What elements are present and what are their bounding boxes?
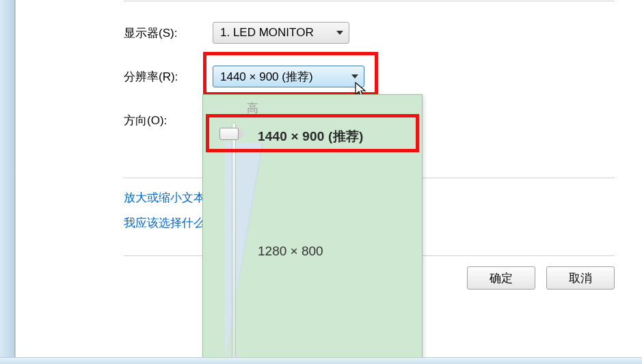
monitor-dropdown[interactable]: 1. LED MONITOR (213, 22, 349, 44)
resolution-dropdown[interactable]: 1440 × 900 (推荐) (213, 66, 364, 87)
resolution-slider-thumb[interactable] (219, 128, 247, 141)
resolution-option-1280x800[interactable]: 1280 × 800 (258, 244, 323, 259)
label-resolution: 分辨率(R): (124, 69, 213, 85)
cancel-button[interactable]: 取消 (546, 266, 615, 290)
resolution-popup[interactable]: 高 1440 × 900 (推荐) 1280 × 800 (202, 94, 423, 364)
row-resolution: 分辨率(R): 1440 × 900 (推荐) (124, 64, 615, 89)
dialog-buttons: 确定 取消 (467, 266, 615, 290)
popup-high-label: 高 (247, 100, 258, 116)
label-orientation: 方向(O): (124, 113, 213, 128)
top-divider (124, 0, 615, 1)
help-links: 放大或缩小文本 我应该选择什么 (124, 190, 205, 240)
chevron-down-icon (336, 31, 343, 35)
monitor-selected-text: 1. LED MONITOR (220, 26, 314, 40)
link-zoom-text[interactable]: 放大或缩小文本 (124, 190, 205, 206)
resolution-slider-track[interactable] (232, 122, 236, 364)
chevron-down-icon (351, 74, 358, 79)
resolution-dropdown-wrap: 1440 × 900 (推荐) (213, 66, 364, 87)
resolution-selected-text: 1440 × 900 (推荐) (220, 69, 313, 85)
window-left-edge (0, 0, 15, 364)
resolution-option-recommended[interactable]: 1440 × 900 (推荐) (258, 128, 364, 145)
label-monitor: 显示器(S): (124, 25, 213, 41)
window-bottom-edge (0, 357, 642, 364)
link-which-settings[interactable]: 我应该选择什么 (124, 215, 205, 231)
ok-button[interactable]: 确定 (467, 266, 535, 290)
row-monitor: 显示器(S): 1. LED MONITOR (124, 20, 615, 45)
